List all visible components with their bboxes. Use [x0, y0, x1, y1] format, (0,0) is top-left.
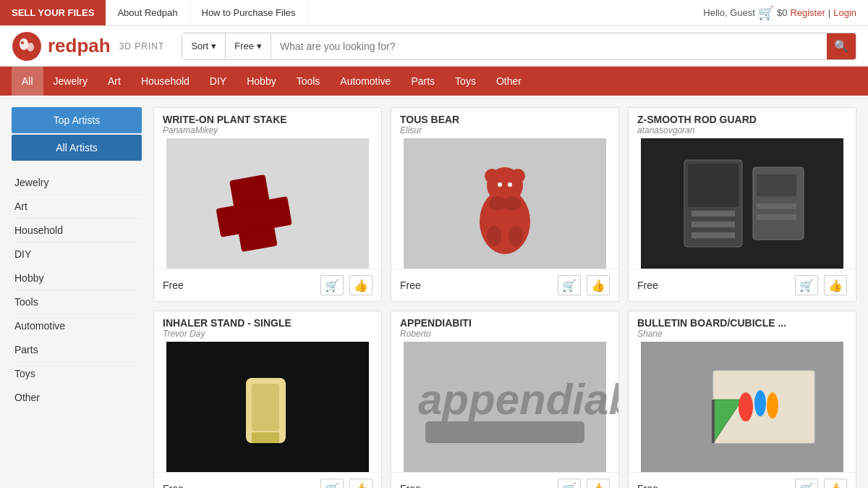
register-link[interactable]: Register [790, 7, 825, 18]
cart-amount: $0 [777, 7, 787, 18]
card-title: Inhaler Stand - Single [163, 317, 373, 329]
cat-item-parts[interactable]: Parts [401, 67, 445, 96]
sidebar-link-household[interactable]: Household [12, 219, 142, 243]
card-title: Tous bear [400, 114, 610, 125]
card-price: Free [637, 279, 658, 291]
cat-item-other[interactable]: Other [486, 67, 532, 96]
svg-rect-20 [688, 164, 739, 207]
free-filter-button[interactable]: Free ▾ [226, 33, 271, 59]
sidebar-link-art[interactable]: Art [12, 195, 142, 219]
card-image[interactable] [629, 342, 856, 472]
about-link[interactable]: About Redpah [106, 0, 190, 25]
cat-item-automotive[interactable]: Automotive [330, 67, 401, 96]
search-input[interactable] [271, 33, 827, 59]
add-to-cart-button[interactable]: 🛒 [320, 479, 344, 488]
category-navigation: AllJewelryArtHouseholdDIYHobbyToolsAutom… [0, 67, 868, 96]
card-image[interactable]: appendiabiti [391, 342, 618, 472]
cat-item-toys[interactable]: Toys [445, 67, 486, 96]
svg-rect-38 [712, 400, 715, 443]
card-image[interactable] [154, 138, 381, 269]
cart-icon: 🛒 [758, 5, 774, 21]
card-author: PanamaMikey [163, 125, 373, 135]
card-author: Roberto [400, 329, 610, 339]
search-button[interactable]: 🔍 [827, 33, 856, 59]
svg-rect-26 [757, 203, 796, 209]
card-image[interactable] [629, 138, 856, 269]
product-card-p5: appendiabiti Roberto appendiabiti Free 🛒… [391, 311, 619, 488]
sidebar-link-diy[interactable]: DIY [12, 243, 142, 266]
svg-text:appendiabiti: appendiabiti [418, 375, 618, 424]
svg-rect-27 [757, 214, 796, 220]
svg-point-17 [508, 182, 512, 187]
sidebar-link-hobby[interactable]: Hobby [12, 266, 142, 290]
card-actions: 🛒 👍 [558, 479, 610, 488]
product-card-p3: Z-Smooth Rod guard atanasovgoran Free 🛒 … [628, 107, 856, 302]
all-artists-button[interactable]: All Artists [12, 135, 142, 161]
redpah-logo-icon [12, 31, 42, 62]
sidebar-link-tools[interactable]: Tools [12, 290, 142, 314]
svg-point-13 [503, 196, 521, 211]
search-controls: Sort ▾ Free ▾ 🔍 [182, 33, 856, 60]
card-footer: Free 🛒 👍 [391, 472, 618, 488]
like-button[interactable]: 👍 [824, 479, 847, 488]
cart-button[interactable]: 🛒 $0 [758, 5, 787, 21]
card-title: WRITE-ON PLANT STAKE [163, 114, 373, 125]
card-price: Free [163, 483, 184, 488]
user-nav: Hello, Guest 🛒 $0 Register | Login [703, 5, 868, 21]
sell-files-button[interactable]: SELL YOUR FILES [0, 0, 106, 25]
svg-rect-23 [692, 222, 735, 227]
card-header: Tous bear Elisur [391, 108, 618, 138]
sidebar-link-other[interactable]: Other [12, 386, 142, 410]
svg-point-2 [27, 43, 34, 51]
login-link[interactable]: Login [833, 7, 856, 18]
sidebar-link-automotive[interactable]: Automotive [12, 314, 142, 338]
add-to-cart-button[interactable]: 🛒 [795, 275, 818, 295]
add-to-cart-button[interactable]: 🛒 [795, 479, 818, 488]
print-text: 3D PRINT [119, 41, 165, 51]
free-label: Free [234, 41, 254, 51]
add-to-cart-button[interactable]: 🛒 [558, 275, 581, 295]
svg-point-15 [509, 226, 523, 246]
svg-point-14 [487, 226, 501, 246]
top-artists-button[interactable]: Top Artists [12, 107, 142, 133]
sidebar-link-parts[interactable]: Parts [12, 338, 142, 362]
card-price: Free [400, 279, 421, 291]
like-button[interactable]: 👍 [587, 275, 610, 295]
card-author: Trevor Day [163, 329, 373, 339]
card-title: Z-Smooth Rod guard [637, 114, 847, 125]
like-button[interactable]: 👍 [824, 275, 847, 295]
svg-point-40 [754, 390, 766, 416]
sidebar-link-toys[interactable]: Toys [12, 362, 142, 386]
card-image[interactable] [391, 138, 618, 269]
sort-button[interactable]: Sort ▾ [182, 33, 226, 59]
free-chevron-icon: ▾ [257, 41, 262, 51]
add-to-cart-button[interactable]: 🛒 [320, 275, 344, 295]
svg-rect-34 [425, 421, 584, 443]
cat-item-tools[interactable]: Tools [286, 67, 331, 96]
card-footer: Free 🛒 👍 [391, 269, 618, 301]
like-button[interactable]: 👍 [349, 275, 373, 295]
cat-item-household[interactable]: Household [131, 67, 200, 96]
cat-item-art[interactable]: Art [98, 67, 131, 96]
add-to-cart-button[interactable]: 🛒 [558, 479, 581, 488]
product-card-p1: WRITE-ON PLANT STAKE PanamaMikey Free 🛒 … [153, 107, 382, 302]
svg-point-39 [739, 392, 753, 421]
like-button[interactable]: 👍 [587, 479, 610, 488]
sidebar-link-jewelry[interactable]: Jewelry [12, 171, 142, 195]
card-header: appendiabiti Roberto [391, 311, 618, 342]
svg-rect-31 [252, 432, 279, 443]
card-author: Elisur [400, 125, 610, 135]
cat-item-all[interactable]: All [12, 67, 43, 96]
svg-point-16 [498, 182, 502, 187]
like-button[interactable]: 👍 [349, 479, 373, 488]
card-image[interactable] [154, 342, 381, 472]
cat-item-hobby[interactable]: Hobby [237, 67, 286, 96]
svg-point-10 [485, 169, 499, 183]
purchase-link[interactable]: How to Purchase Files [190, 0, 308, 25]
card-actions: 🛒 👍 [558, 275, 610, 295]
card-header: Z-Smooth Rod guard atanasovgoran [629, 108, 856, 138]
product-card-p4: Inhaler Stand - Single Trevor Day Free 🛒… [153, 311, 382, 488]
cat-item-jewelry[interactable]: Jewelry [43, 67, 98, 96]
sort-label: Sort [191, 41, 208, 51]
cat-item-diy[interactable]: DIY [200, 67, 237, 96]
